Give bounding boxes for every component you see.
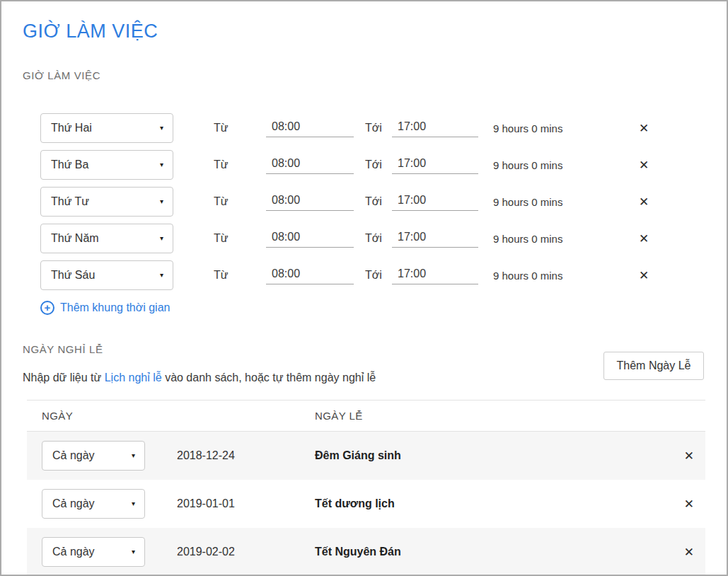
- time-from-input[interactable]: [266, 119, 354, 137]
- day-select-value: Thứ Tư: [51, 195, 89, 208]
- page-title: GIỜ LÀM VIỆC: [23, 20, 704, 43]
- remove-holiday-icon[interactable]: ✕: [684, 546, 694, 558]
- to-label: Tới: [365, 122, 383, 134]
- time-from-input[interactable]: [266, 266, 354, 284]
- hour-row-monday: Thứ Hai ▾ Từ Tới 9 hours 0 mins ✕: [40, 113, 704, 143]
- remove-row-icon[interactable]: ✕: [639, 270, 649, 282]
- holiday-scope-value: Cả ngày: [52, 546, 95, 558]
- caret-down-icon: ▾: [160, 235, 163, 242]
- remove-row-icon[interactable]: ✕: [639, 196, 649, 208]
- time-to-input[interactable]: [392, 156, 478, 174]
- remove-row-icon[interactable]: ✕: [639, 159, 649, 171]
- day-select-value: Thứ Hai: [51, 122, 92, 134]
- caret-down-icon: ▾: [160, 198, 163, 205]
- holiday-name: Tết dương lịch: [315, 497, 684, 510]
- holidays-section-label: NGÀY NGHỈ LỄ: [23, 344, 704, 355]
- from-label: Từ: [214, 195, 231, 208]
- holiday-table-header: NGÀY NGÀY LỄ: [27, 401, 705, 432]
- holiday-date: 2019-02-02: [177, 546, 256, 558]
- time-from-input[interactable]: [266, 229, 354, 248]
- caret-down-icon: ▾: [160, 125, 163, 132]
- holiday-row: Cả ngày ▾ 2019-01-01 Tết dương lịch ✕: [27, 480, 705, 528]
- holiday-scope-value: Cả ngày: [52, 497, 95, 510]
- holiday-scope-select[interactable]: Cả ngày ▾: [42, 441, 145, 471]
- day-select[interactable]: Thứ Năm ▾: [40, 224, 173, 253]
- day-select[interactable]: Thứ Ba ▾: [40, 150, 173, 180]
- holiday-scope-select[interactable]: Cả ngày ▾: [42, 537, 145, 567]
- working-hours-section-label: GIỜ LÀM VIỆC: [23, 70, 704, 81]
- duration-text: 9 hours 0 mins: [493, 233, 571, 245]
- caret-down-icon: ▾: [160, 161, 163, 168]
- working-hours-page: GIỜ LÀM VIỆC GIỜ LÀM VIỆC Thứ Hai ▾ Từ T…: [0, 0, 728, 576]
- hour-row-wednesday: Thứ Tư ▾ Từ Tới 9 hours 0 mins ✕: [40, 187, 704, 217]
- hour-row-thursday: Thứ Năm ▾ Từ Tới 9 hours 0 mins ✕: [40, 224, 704, 253]
- duration-text: 9 hours 0 mins: [493, 122, 571, 134]
- to-label: Tới: [365, 195, 383, 208]
- from-label: Từ: [214, 159, 231, 171]
- add-timeframe-link[interactable]: + Thêm khung thời gian: [40, 300, 170, 316]
- header-holiday: NGÀY LỄ: [315, 410, 363, 422]
- from-label: Từ: [214, 122, 231, 134]
- holiday-table: NGÀY NGÀY LỄ Cả ngày ▾ 2018-12-24 Đêm Gi…: [27, 400, 705, 576]
- description-suffix: vào danh sách, hoặc tự thêm ngày nghỉ lễ: [165, 371, 376, 384]
- add-timeframe-label: Thêm khung thời gian: [60, 301, 170, 314]
- from-label: Từ: [214, 232, 231, 245]
- day-select-value: Thứ Ba: [51, 159, 88, 171]
- day-select[interactable]: Thứ Tư ▾: [40, 187, 173, 217]
- holiday-name: Đêm Giáng sinh: [315, 449, 684, 462]
- duration-text: 9 hours 0 mins: [493, 159, 571, 171]
- header-day: NGÀY: [27, 410, 315, 422]
- day-select-value: Thứ Sáu: [51, 269, 95, 282]
- time-to-input[interactable]: [392, 119, 478, 137]
- holiday-scope-select[interactable]: Cả ngày ▾: [42, 489, 145, 519]
- remove-holiday-icon[interactable]: ✕: [684, 450, 694, 462]
- holiday-date: 2018-12-24: [177, 449, 256, 462]
- time-to-input[interactable]: [392, 229, 478, 248]
- time-from-input[interactable]: [266, 192, 354, 211]
- caret-down-icon: ▾: [132, 452, 135, 459]
- remove-holiday-icon[interactable]: ✕: [684, 498, 694, 510]
- remove-row-icon[interactable]: ✕: [639, 122, 649, 134]
- duration-text: 9 hours 0 mins: [493, 270, 571, 282]
- holidays-description: Nhập dữ liệu từ Lịch nghỉ lễ vào danh sá…: [23, 372, 704, 384]
- holidays-section: NGÀY NGHỈ LỄ Thêm Ngày Lễ Nhập dữ liệu t…: [23, 344, 704, 576]
- day-select[interactable]: Thứ Hai ▾: [40, 113, 173, 143]
- holiday-row: Cả ngày ▾ 2019-02-02 Tết Nguyên Đán ✕: [27, 528, 705, 576]
- add-holiday-button[interactable]: Thêm Ngày Lễ: [603, 352, 704, 380]
- duration-text: 9 hours 0 mins: [493, 196, 571, 208]
- time-to-input[interactable]: [392, 192, 478, 211]
- time-to-input[interactable]: [392, 266, 478, 284]
- holiday-date: 2019-01-01: [177, 497, 256, 510]
- day-select-value: Thứ Năm: [51, 232, 99, 245]
- hour-row-friday: Thứ Sáu ▾ Từ Tới 9 hours 0 mins ✕: [40, 260, 704, 290]
- time-from-input[interactable]: [266, 156, 354, 174]
- holiday-scope-value: Cả ngày: [52, 449, 95, 462]
- holiday-name: Tết Nguyên Đán: [315, 546, 684, 558]
- description-prefix: Nhập dữ liệu từ: [23, 371, 101, 384]
- plus-circle-icon: +: [40, 301, 54, 315]
- to-label: Tới: [365, 232, 383, 245]
- holiday-calendar-link[interactable]: Lịch nghỉ lễ: [105, 371, 162, 384]
- from-label: Từ: [214, 269, 231, 282]
- day-select[interactable]: Thứ Sáu ▾: [40, 260, 173, 290]
- caret-down-icon: ▾: [132, 548, 135, 555]
- working-hours-list: Thứ Hai ▾ Từ Tới 9 hours 0 mins ✕ Thứ Ba…: [40, 113, 704, 290]
- caret-down-icon: ▾: [132, 500, 135, 507]
- caret-down-icon: ▾: [160, 272, 163, 279]
- to-label: Tới: [365, 269, 383, 282]
- holiday-row: Cả ngày ▾ 2018-12-24 Đêm Giáng sinh ✕: [27, 432, 705, 480]
- hour-row-tuesday: Thứ Ba ▾ Từ Tới 9 hours 0 mins ✕: [40, 150, 704, 180]
- to-label: Tới: [365, 159, 383, 171]
- remove-row-icon[interactable]: ✕: [639, 233, 649, 245]
